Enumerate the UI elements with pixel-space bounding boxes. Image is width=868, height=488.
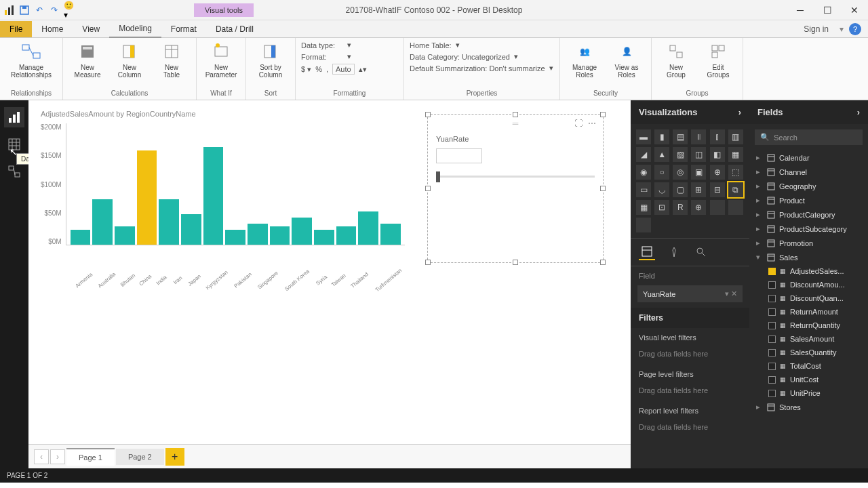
table-product[interactable]: ▸Product: [749, 193, 868, 207]
add-page-button[interactable]: +: [165, 448, 184, 466]
viz-type-13[interactable]: ○: [654, 165, 669, 180]
field-unitprice[interactable]: ▦UnitPrice: [749, 386, 868, 400]
table-productsubcategory[interactable]: ▸ProductSubcategory: [749, 222, 868, 236]
view-as-roles-button[interactable]: 👤View as Roles: [608, 41, 646, 79]
collapse-icon[interactable]: ›: [738, 107, 741, 117]
file-menu[interactable]: File: [0, 21, 32, 37]
feedback-icon[interactable]: 🙂▾: [64, 5, 75, 16]
bar-armenia[interactable]: [71, 230, 91, 245]
viz-type-2[interactable]: ▤: [673, 129, 688, 144]
format-tab[interactable]: [666, 244, 682, 260]
viz-type-6[interactable]: ◢: [636, 147, 651, 162]
viz-type-1[interactable]: ▮: [654, 129, 669, 144]
report-view-button[interactable]: [4, 107, 24, 127]
viz-type-9[interactable]: ◫: [691, 147, 706, 162]
viz-type-29[interactable]: [728, 200, 743, 215]
table-stores[interactable]: ▸Stores: [749, 400, 868, 414]
visual-filter-drop[interactable]: Drag data fields here: [631, 347, 749, 365]
viz-type-5[interactable]: ▥: [728, 129, 743, 144]
viz-type-23[interactable]: ⧉: [728, 182, 743, 197]
viz-type-27[interactable]: ⊕: [691, 200, 706, 215]
new-column-button[interactable]: New Column: [111, 41, 149, 79]
bar-thailand[interactable]: [358, 211, 378, 245]
field-salesamount[interactable]: ▦SalesAmount: [749, 332, 868, 346]
field-discountamou[interactable]: ▦DiscountAmou...: [749, 278, 868, 291]
viz-type-30[interactable]: [636, 218, 651, 232]
undo-icon[interactable]: ↶: [34, 5, 45, 16]
bar-bhutan[interactable]: [115, 226, 135, 245]
bar-singapore[interactable]: [270, 226, 290, 245]
bar-pakistan[interactable]: [248, 224, 268, 245]
viz-type-10[interactable]: ◧: [710, 147, 725, 162]
page-filter-drop[interactable]: Drag data fields here: [631, 384, 749, 401]
view-menu[interactable]: View: [73, 21, 109, 37]
new-measure-button[interactable]: New Measure: [68, 41, 106, 79]
signin-button[interactable]: Sign in: [795, 21, 837, 37]
slicer-value-input[interactable]: [436, 148, 482, 163]
viz-type-14[interactable]: ◎: [673, 165, 688, 180]
field-returnquantity[interactable]: ▦ReturnQuantity: [749, 319, 868, 332]
datadrill-menu[interactable]: Data / Drill: [206, 21, 263, 37]
viz-type-16[interactable]: ⊕: [710, 165, 725, 180]
table-productcategory[interactable]: ▸ProductCategory: [749, 207, 868, 222]
viz-type-12[interactable]: ◉: [636, 165, 651, 180]
page-2-tab[interactable]: Page 2: [116, 449, 164, 465]
viz-type-7[interactable]: ▲: [654, 147, 669, 162]
bar-syria[interactable]: [314, 230, 334, 245]
bar-taiwan[interactable]: [336, 226, 357, 245]
field-totalcost[interactable]: ▦TotalCost: [749, 359, 868, 373]
slicer-track[interactable]: [436, 176, 595, 178]
help-icon[interactable]: ?: [849, 23, 861, 35]
field-returnamount[interactable]: ▦ReturnAmount: [749, 305, 868, 319]
close-button[interactable]: ✕: [841, 0, 868, 20]
viz-type-21[interactable]: ⊞: [691, 182, 706, 197]
viz-type-18[interactable]: ▭: [636, 182, 651, 197]
viz-type-15[interactable]: ▣: [691, 165, 706, 180]
new-parameter-button[interactable]: New Parameter: [202, 41, 240, 79]
fields-search[interactable]: 🔍Search: [755, 129, 863, 145]
bar-south korea[interactable]: [292, 218, 312, 245]
viz-type-19[interactable]: ◡: [654, 182, 669, 197]
viz-type-24[interactable]: ▦: [636, 200, 651, 215]
field-unitcost[interactable]: ▦UnitCost: [749, 373, 868, 386]
viz-type-22[interactable]: ⊟: [710, 182, 725, 197]
bar-australia[interactable]: [92, 199, 113, 245]
prev-page-button[interactable]: ‹: [34, 449, 49, 464]
manage-relationships-button[interactable]: Manage Relationships: [5, 41, 57, 79]
viz-type-26[interactable]: R: [673, 200, 688, 215]
field-well[interactable]: YuanRate▾ ✕: [637, 285, 743, 302]
table-geography[interactable]: ▸Geography: [749, 179, 868, 193]
bar-china[interactable]: [137, 150, 157, 245]
viz-type-17[interactable]: ⬚: [728, 165, 743, 180]
new-table-button[interactable]: New Table: [153, 41, 191, 79]
field-adjustedsales[interactable]: ▦AdjustedSales...: [749, 264, 868, 278]
table-channel[interactable]: ▸Channel: [749, 165, 868, 179]
slicer-visual[interactable]: ═ ⛶ ⋯ YuanRate: [427, 114, 604, 263]
table-promotion[interactable]: ▸Promotion: [749, 236, 868, 250]
page-1-tab[interactable]: Page 1: [66, 448, 115, 466]
report-canvas[interactable]: AdjustedSalesAmount by RegionCountryName…: [28, 100, 631, 468]
collapse-icon[interactable]: ›: [857, 107, 860, 117]
table-calendar[interactable]: ▸Calendar: [749, 150, 868, 165]
sort-by-column-button[interactable]: Sort by Column: [252, 41, 290, 79]
minimize-button[interactable]: ─: [787, 0, 814, 20]
manage-roles-button[interactable]: 👥Manage Roles: [566, 41, 604, 79]
more-options-icon[interactable]: ⋯: [588, 119, 596, 128]
bar-turkmenistan[interactable]: [380, 224, 401, 245]
viz-type-25[interactable]: ⊡: [654, 200, 669, 215]
viz-type-20[interactable]: ▢: [673, 182, 688, 197]
viz-type-28[interactable]: [710, 200, 725, 215]
focus-mode-icon[interactable]: ⛶: [574, 119, 583, 128]
table-sales[interactable]: ▾Sales: [749, 250, 868, 264]
viz-type-3[interactable]: ⫴: [691, 129, 706, 144]
redo-icon[interactable]: ↷: [49, 5, 60, 16]
report-filter-drop[interactable]: Drag data fields here: [631, 420, 749, 438]
edit-groups-button[interactable]: Edit Groups: [699, 41, 737, 79]
new-group-button[interactable]: New Group: [657, 41, 695, 79]
bar-kyrgyzstan[interactable]: [225, 230, 245, 245]
analytics-tab[interactable]: [693, 244, 709, 260]
maximize-button[interactable]: ☐: [814, 0, 841, 20]
fields-tab[interactable]: [639, 244, 655, 260]
viz-type-0[interactable]: ▬: [636, 129, 651, 144]
format-menu[interactable]: Format: [161, 21, 206, 37]
